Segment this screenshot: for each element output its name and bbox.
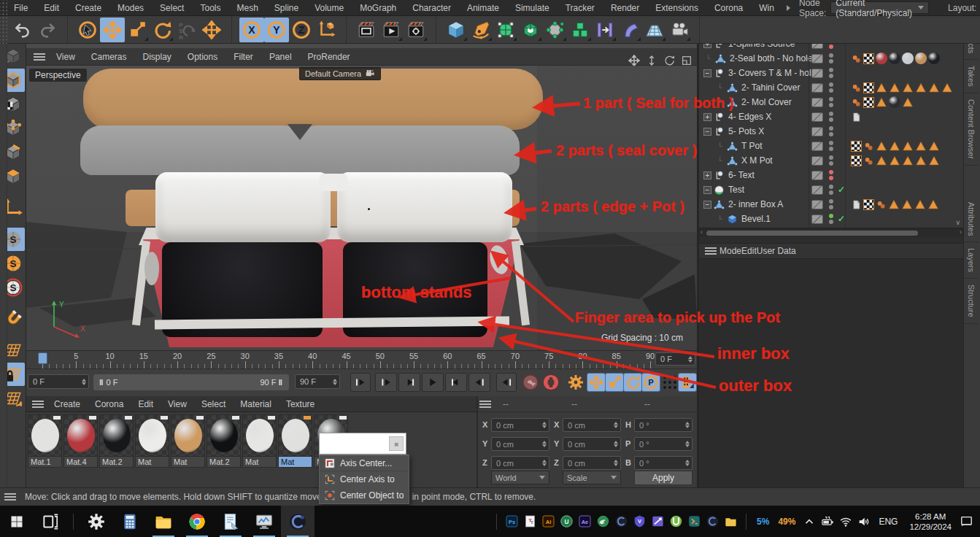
material-menu-corona[interactable]: Corona [88,399,131,409]
texture-tag-icon[interactable] [863,82,874,93]
menu-item-simulate[interactable]: Simulate [507,3,557,13]
maximize-icon[interactable] [681,55,692,66]
layer-toggle[interactable] [811,215,823,224]
layer-toggle[interactable] [811,69,823,78]
camera-label[interactable]: Default Camera [299,67,381,80]
texture-tag-icon[interactable] [851,155,862,166]
position-field[interactable]: 0 cm [491,456,549,470]
battery-percent-badge[interactable]: 49% [778,517,795,527]
metaball-icon[interactable] [543,18,568,42]
viewport-menu-options[interactable]: Options [180,52,225,62]
visibility-dots[interactable] [829,170,833,180]
prev-key-icon[interactable] [375,373,397,392]
current-frame-field[interactable]: 0 F [28,374,89,389]
material-sphere-tag[interactable] [928,53,940,64]
visibility-dots[interactable] [829,155,833,166]
material-thumbnail[interactable]: Mat.1 [28,414,62,468]
pen-icon[interactable] [468,18,493,42]
key-parameter-icon[interactable]: P [641,373,660,392]
tray-battery-icon[interactable] [818,506,836,537]
tree-row[interactable]: −2- inner Box A [699,197,963,212]
menu-item-animate[interactable]: Animate [459,3,507,13]
tray-c4d-sphere-icon[interactable] [612,506,630,537]
timeline-range-slider[interactable]: ‖ 0 F90 F ‖ [93,374,289,390]
material-name[interactable]: Mat [278,457,312,468]
menu-item-file[interactable]: File [6,3,36,13]
tray-vray-shield-icon[interactable]: V [630,506,649,537]
material-tag-icon[interactable] [902,155,914,166]
key-scale-icon[interactable] [605,373,624,392]
tray-purple-app-icon[interactable] [649,506,667,537]
object-name[interactable]: Test [728,185,744,195]
material-tag-icon[interactable] [915,155,927,166]
attribute-menu-edit[interactable]: Edit [741,246,757,256]
subdivision-icon[interactable] [493,18,518,42]
material-tag-icon[interactable] [901,198,913,210]
material-name[interactable]: Mat.2 [99,457,134,468]
object-name[interactable]: Bevel.1 [741,214,771,224]
timeline-ruler[interactable]: 051015202530354045505560657075808590 0 F [26,351,697,369]
tree-row[interactable]: −5- Pots X [699,124,963,139]
tree-horizontal-scrollbar[interactable]: ‹ › [699,228,963,237]
expander-minus-icon[interactable]: − [703,69,711,77]
tree-row[interactable]: +6- Text [699,168,963,182]
tree-row[interactable]: └X M Pot [699,153,963,168]
visibility-dots[interactable] [829,199,833,209]
move-global-icon[interactable] [199,18,224,42]
material-name[interactable]: Mat [242,457,277,468]
end-frame-field[interactable]: 90 F [295,374,340,389]
visibility-dots[interactable] [829,126,833,136]
material-sphere-tag[interactable] [889,53,900,64]
taskbar-clock[interactable]: 6:28 AM12/29/2024 [909,511,952,532]
material-thumbnail[interactable]: Mat [171,414,205,468]
material-tag-icon[interactable] [876,140,887,152]
y-axis-icon[interactable]: Y [264,18,289,42]
material-tag-icon[interactable] [914,198,926,210]
taskbar-cinema4d-icon[interactable] [281,506,315,537]
bend-icon[interactable] [617,18,642,42]
menu-item-mograph[interactable]: MoGraph [352,3,404,13]
object-name[interactable]: 2-Seal both - No holes [730,53,817,63]
size-field[interactable]: 0 cm [563,418,621,432]
tray-chevron-up-icon[interactable] [800,506,818,537]
tree-row[interactable]: └2- Mol Cover [699,95,963,109]
attribute-menu-user-data[interactable]: User Data [757,246,796,256]
cube-icon[interactable] [444,18,468,42]
material-sphere-tag[interactable] [902,53,914,64]
expander-minus-icon[interactable]: − [703,201,711,209]
material-tag-icon[interactable] [941,82,953,93]
record-icon[interactable] [521,373,540,392]
phong-tag-icon[interactable] [851,82,862,93]
scale-icon[interactable] [125,18,150,42]
object-name[interactable]: T Pot [741,141,762,151]
material-tag-icon[interactable] [915,82,927,93]
taskbar-start-icon[interactable] [0,506,34,537]
pan-icon[interactable] [628,55,640,66]
material-tag-icon[interactable] [928,155,940,166]
menu-item-spline[interactable]: Spline [266,3,306,13]
annotation-tag-icon[interactable] [851,112,862,123]
expander-minus-icon[interactable]: − [703,128,711,136]
layer-toggle[interactable] [811,98,823,107]
context-item-center-axis-to[interactable]: Center Axis to [320,471,409,487]
material-tag-icon[interactable] [889,155,900,166]
position-field[interactable]: 0 cm [491,437,549,451]
material-tag-icon[interactable] [876,155,887,166]
scene-pot-right[interactable] [337,172,512,242]
material-tag-icon[interactable] [902,140,914,152]
layer-toggle[interactable] [811,200,823,209]
ruler-frame-field[interactable]: 0 F [655,352,695,366]
coord-system-icon[interactable] [314,18,339,42]
popup-search-input[interactable]: ■ [319,433,406,455]
tree-row[interactable]: └2-Seal both - No holes [699,51,963,66]
next-key-icon[interactable] [468,373,490,392]
material-name[interactable]: Mat.1 [28,457,62,468]
material-thumbnail[interactable]: Mat [278,414,312,468]
scene-pot-left[interactable] [155,172,331,242]
orbit-icon[interactable] [663,55,675,66]
material-sphere-tag[interactable] [889,96,900,108]
material-tag-icon[interactable] [902,82,914,93]
object-name[interactable]: X M Pot [741,155,773,166]
expander-plus-icon[interactable]: + [703,171,711,179]
material-menu-edit[interactable]: Edit [131,399,161,409]
